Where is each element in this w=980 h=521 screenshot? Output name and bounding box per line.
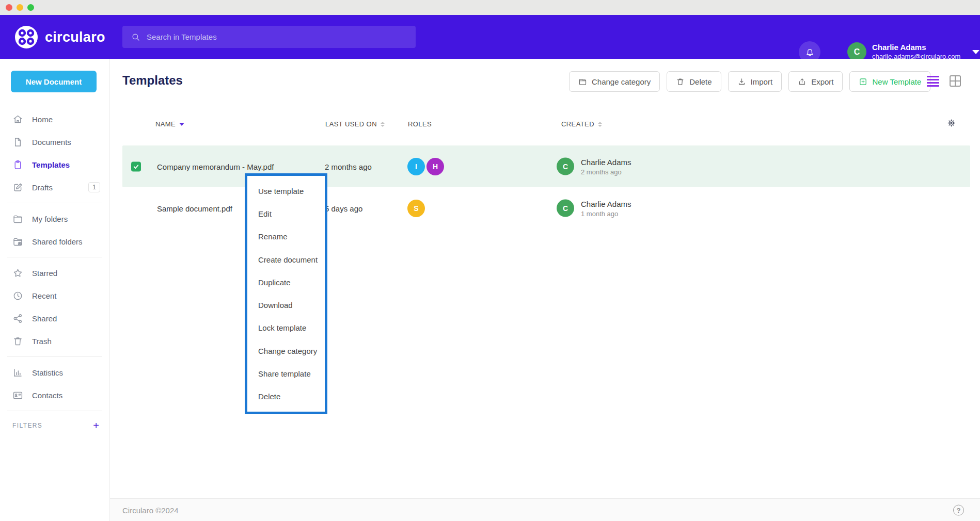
sidebar-item-label: Documents [32,138,71,146]
sidebar-item-label: My folders [32,215,68,223]
sort-icon [381,122,385,127]
sidebar-item-trash[interactable]: Trash [0,330,109,352]
sidebar-item-label: Recent [32,291,57,300]
sidebar-item-statistics[interactable]: Statistics [0,361,109,384]
table-header: NAME LAST USED ON ROLES CREATED [110,116,980,134]
roles-avatars: S [407,200,425,217]
menu-item-lock-template[interactable]: Lock template [247,317,325,339]
logo-text: circularo [45,29,105,45]
export-button[interactable]: Export [788,71,843,92]
folder-icon [578,77,587,86]
sidebar-item-starred[interactable]: Starred [0,262,109,284]
change-category-label: Change category [592,77,651,86]
help-button[interactable]: ? [953,504,964,515]
list-view-icon[interactable] [927,75,939,87]
logo[interactable]: circularo [14,25,105,49]
delete-button[interactable]: Delete [667,71,721,92]
sort-icon [598,122,602,127]
search-input[interactable] [147,32,408,41]
creator-avatar: C [557,200,574,217]
user-name: Charlie Adams [872,42,960,53]
search-box[interactable] [122,26,416,48]
new-template-button[interactable]: New Template [849,71,930,92]
delete-label: Delete [689,77,712,86]
template-name[interactable]: Company memorandum - May.pdf [157,162,274,171]
question-mark-icon: ? [957,506,961,514]
circularo-logo-icon [14,25,38,49]
sidebar-item-home[interactable]: Home [0,108,109,131]
column-header-roles: ROLES [408,120,432,128]
created-ago: 1 month ago [581,209,631,217]
column-header-last-used[interactable]: LAST USED ON [325,120,385,128]
sidebar-item-label: Statistics [32,368,63,377]
sidebar: New Document Home Documents [0,59,110,521]
table-settings-button[interactable] [946,118,956,128]
copyright-text: Circularo ©2024 [122,506,179,514]
role-avatar[interactable]: S [407,200,425,217]
row-checkbox-checked[interactable] [131,161,141,171]
document-icon [12,137,23,148]
roles-avatars: I H [407,158,444,175]
sidebar-item-recent[interactable]: Recent [0,284,109,307]
menu-item-use-template[interactable]: Use template [247,180,325,202]
import-button[interactable]: Import [728,71,782,92]
sidebar-item-contacts[interactable]: Contacts [0,384,109,406]
created-cell: C Charlie Adams 1 month ago [557,199,631,217]
menu-item-delete[interactable]: Delete [247,385,325,408]
template-name[interactable]: Sample document.pdf [157,204,232,213]
share-icon [12,313,23,324]
export-icon [798,77,807,86]
grid-view-icon[interactable] [950,75,961,87]
window-titlebar [0,0,980,15]
menu-item-create-document[interactable]: Create document [247,248,325,271]
window-zoom-button[interactable] [27,4,34,11]
main-content: Templates Change category Delete [110,59,980,521]
sidebar-divider [7,203,102,203]
plus-square-icon [859,77,867,86]
menu-item-download[interactable]: Download [247,294,325,316]
last-used-value: 2 months ago [325,162,372,171]
sidebar-nav: Home Documents Templates [0,108,109,436]
sidebar-item-label: Templates [32,160,70,169]
bar-chart-icon [12,367,23,378]
menu-item-rename[interactable]: Rename [247,225,325,248]
column-header-created[interactable]: CREATED [561,120,602,128]
creator-avatar: C [557,158,574,175]
sidebar-item-templates[interactable]: Templates [0,153,109,176]
window-close-button[interactable] [6,4,12,11]
sidebar-item-shared-folders[interactable]: Shared folders [0,230,109,253]
sidebar-divider [7,411,102,411]
home-icon [12,114,23,125]
bell-icon [804,47,815,58]
table-body: Company memorandum - May.pdf 2 months ag… [110,145,980,229]
menu-item-change-category[interactable]: Change category [247,339,325,362]
change-category-button[interactable]: Change category [569,71,660,92]
drafts-count-badge: 1 [88,182,100,192]
sidebar-divider [7,356,102,357]
filters-section: FILTERS + [0,415,109,436]
window-minimize-button[interactable] [17,4,23,11]
sidebar-item-documents[interactable]: Documents [0,131,109,153]
sidebar-item-label: Trash [32,337,52,346]
creator-name: Charlie Adams [581,199,631,208]
menu-item-duplicate[interactable]: Duplicate [247,271,325,294]
sidebar-divider [7,257,102,257]
export-label: Export [811,77,833,86]
sidebar-item-label: Drafts [32,183,53,192]
sidebar-item-shared[interactable]: Shared [0,307,109,330]
add-filter-button[interactable]: + [93,420,99,431]
trash-icon [676,77,685,86]
context-menu: Use template Edit Rename Create document… [245,173,327,414]
new-document-button[interactable]: New Document [11,71,97,92]
menu-item-edit[interactable]: Edit [247,202,325,225]
role-avatar[interactable]: H [426,158,444,175]
search-icon [131,32,140,42]
sort-descending-icon [179,123,184,126]
role-avatar[interactable]: I [407,158,425,175]
menu-item-share-template[interactable]: Share template [247,362,325,385]
sidebar-item-label: Home [32,115,53,124]
view-toggles [927,75,961,87]
sidebar-item-my-folders[interactable]: My folders [0,207,109,230]
column-header-name[interactable]: NAME [155,120,184,128]
sidebar-item-drafts[interactable]: Drafts 1 [0,176,109,199]
